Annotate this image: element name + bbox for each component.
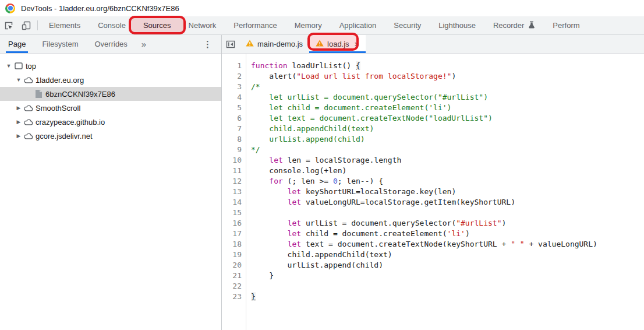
navigator-tab-page[interactable]: Page	[0, 35, 34, 53]
line-number[interactable]: 4	[222, 92, 246, 103]
line-number[interactable]: 22	[222, 281, 246, 292]
code-token: let text = document.createTextNode("load…	[251, 114, 493, 122]
tab-sources[interactable]: Sources	[135, 16, 180, 34]
more-tabs-icon[interactable]: »	[136, 35, 152, 53]
inspect-element-icon[interactable]	[0, 16, 17, 34]
tab-label: Security	[394, 21, 421, 30]
menu-icon[interactable]: ⋮	[194, 35, 221, 53]
disclosure-arrow-icon[interactable]: ▶	[15, 105, 23, 111]
code-line[interactable]: let text = document.createTextNode(keySh…	[251, 239, 644, 250]
tab-label: Elements	[49, 21, 80, 30]
code-line[interactable]: let child = document.createElement('li')	[251, 103, 644, 113]
code-content[interactable]: function loadUrlList() { alert("Load url…	[246, 54, 644, 330]
code-line[interactable]: child.appendChild(text)	[251, 124, 644, 134]
disclosure-arrow-icon[interactable]: ▼	[5, 63, 13, 69]
code-line[interactable]: }	[251, 292, 644, 302]
code-line[interactable]: child.appendChild(text)	[251, 250, 644, 260]
line-number[interactable]: 13	[222, 187, 246, 197]
tree-item-label: 1ladder.eu.org	[36, 76, 84, 85]
tab-recorder[interactable]: Recorder	[484, 16, 544, 34]
code-line[interactable]: urlList.append(child)	[251, 260, 644, 271]
code-line[interactable]: /*	[251, 82, 644, 92]
tree-item-smoothscroll[interactable]: ▶SmoothScroll	[0, 101, 221, 115]
editor-tab-bar: main-demo.jsload.js×	[222, 35, 644, 54]
code-editor[interactable]: 1234567891011121314151617181920212223 fu…	[222, 54, 644, 330]
toggle-navigator-icon[interactable]	[222, 35, 239, 53]
line-number[interactable]: 14	[222, 197, 246, 208]
tab-performance[interactable]: Performance	[225, 16, 285, 34]
disclosure-arrow-icon[interactable]: ▼	[15, 77, 23, 83]
tree-item-top[interactable]: ▼top	[0, 59, 221, 73]
tab-label: Perform	[553, 21, 579, 30]
code-line[interactable]: alert("Load url list from localStorage!"…	[251, 71, 644, 82]
code-line[interactable]: console.log(+len)	[251, 166, 644, 176]
tree-item-label: 6bznCCKNf39x7E86	[45, 90, 115, 99]
code-line[interactable]: */	[251, 145, 644, 155]
disclosure-arrow-icon[interactable]: ▶	[15, 133, 23, 139]
editor-tab-load-js[interactable]: load.js×	[309, 35, 366, 53]
line-number[interactable]: 21	[222, 271, 246, 281]
code-token: )	[451, 72, 456, 80]
selected-tab-underline	[6, 51, 28, 53]
tab-label: Memory	[295, 21, 322, 30]
line-number[interactable]: 19	[222, 250, 246, 260]
line-number[interactable]: 17	[222, 229, 246, 239]
navigator-tab-overrides[interactable]: Overrides	[87, 35, 136, 53]
line-number[interactable]: 12	[222, 176, 246, 187]
tab-elements[interactable]: Elements	[40, 16, 89, 34]
line-number[interactable]: 2	[222, 71, 246, 82]
tree-item-6bznccknf39x7e86[interactable]: 6bznCCKNf39x7E86	[0, 87, 221, 101]
disclosure-arrow-icon[interactable]: ▶	[15, 119, 23, 125]
tab-security[interactable]: Security	[385, 16, 430, 34]
code-token: let urlList = document.querySelector("#u…	[251, 93, 488, 101]
code-line[interactable]: urlList.append(child)	[251, 134, 644, 145]
close-tab-icon[interactable]: ×	[355, 40, 359, 49]
code-token: let	[288, 229, 301, 238]
line-number-gutter[interactable]: 1234567891011121314151617181920212223	[222, 54, 246, 330]
code-line[interactable]: let valueLongURL=localStorage.getItem(ke…	[251, 197, 644, 208]
code-token: text = document.createTextNode(keyShortU…	[301, 240, 511, 248]
tab-perform[interactable]: Perform	[544, 16, 588, 34]
line-number[interactable]: 5	[222, 103, 246, 113]
code-line[interactable]: let urlList = document.querySelector("#u…	[251, 92, 644, 103]
code-token: (; len >=	[283, 177, 333, 185]
tree-item-label: SmoothScroll	[36, 104, 80, 113]
code-line[interactable]	[251, 281, 644, 292]
line-number[interactable]: 1	[222, 61, 246, 71]
code-line[interactable]: function loadUrlList() {	[251, 61, 644, 71]
line-number[interactable]: 15	[222, 208, 246, 218]
line-number[interactable]: 7	[222, 124, 246, 134]
tab-console[interactable]: Console	[89, 16, 135, 34]
tab-label: Lighthouse	[438, 21, 476, 30]
line-number[interactable]: 3	[222, 82, 246, 92]
code-line[interactable]	[251, 208, 644, 218]
code-token: }	[251, 271, 274, 280]
line-number[interactable]: 8	[222, 134, 246, 145]
editor-tab-main-demo-js[interactable]: main-demo.js	[239, 35, 309, 53]
line-number[interactable]: 18	[222, 239, 246, 250]
line-number[interactable]: 10	[222, 155, 246, 166]
tree-item-gcore-jsdelivr-net[interactable]: ▶gcore.jsdelivr.net	[0, 129, 221, 143]
code-line[interactable]: let child = document.createElement('li')	[251, 229, 644, 239]
code-line[interactable]: for (; len >= 0; len--) {	[251, 176, 644, 187]
line-number[interactable]: 23	[222, 292, 246, 302]
line-number[interactable]: 9	[222, 145, 246, 155]
tree-item-1ladder-eu-org[interactable]: ▼1ladder.eu.org	[0, 73, 221, 87]
tree-item-crazypeace-github-io[interactable]: ▶crazypeace.github.io	[0, 115, 221, 129]
content-area: PageFilesystemOverrides » ⋮ ▼top▼1ladder…	[0, 35, 644, 330]
tab-memory[interactable]: Memory	[286, 16, 331, 34]
navigator-tab-filesystem[interactable]: Filesystem	[34, 35, 86, 53]
code-line[interactable]: let keyShortURL=localStorage.key(len)	[251, 187, 644, 197]
line-number[interactable]: 6	[222, 113, 246, 124]
line-number[interactable]: 11	[222, 166, 246, 176]
tab-network[interactable]: Network	[180, 16, 225, 34]
code-line[interactable]: let text = document.createTextNode("load…	[251, 113, 644, 124]
device-toolbar-icon[interactable]	[17, 16, 35, 34]
code-line[interactable]: }	[251, 271, 644, 281]
tab-lighthouse[interactable]: Lighthouse	[430, 16, 484, 34]
line-number[interactable]: 20	[222, 260, 246, 271]
tab-application[interactable]: Application	[331, 16, 385, 34]
code-line[interactable]: let len = localStorage.length	[251, 155, 644, 166]
code-line[interactable]: let urlList = document.querySelector("#u…	[251, 218, 644, 229]
line-number[interactable]: 16	[222, 218, 246, 229]
